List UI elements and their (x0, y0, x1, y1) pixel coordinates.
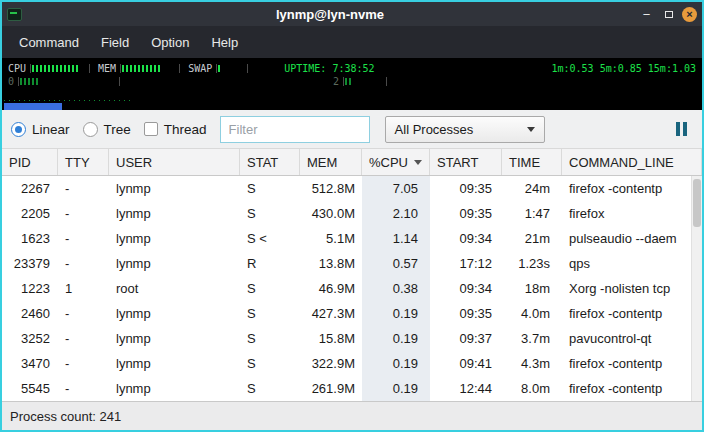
cell-stat: S < (240, 226, 300, 251)
cell-mem: 430.0M (300, 201, 362, 226)
cell-command-line: pavucontrol-qt (562, 326, 702, 351)
cell-user: lynmp (109, 226, 240, 251)
system-monitor: CPU MEM SWAP UPTIME: 7:38:52 1m:0.53 5m:… (2, 58, 702, 110)
linear-radio[interactable]: Linear (11, 122, 70, 137)
table-row[interactable]: 1223 1 root S 46.9M 0.38 09:34 18m Xorg … (2, 276, 702, 301)
cell-cpu: 0.57 (362, 251, 430, 276)
cell-command-line: pulseaudio --daem (562, 226, 702, 251)
cell-stat: S (240, 276, 300, 301)
thread-checkbox[interactable]: Thread (144, 122, 207, 137)
core0-label: 0 (8, 76, 14, 87)
table-row[interactable]: 3252 - lynmp S 15.8M 0.19 09:37 3.7m pav… (2, 326, 702, 351)
cell-tty: 1 (58, 276, 109, 301)
cell-start: 09:34 (430, 276, 502, 301)
column-header-pid[interactable]: PID (2, 149, 58, 175)
cell-command-line: qps (562, 251, 702, 276)
cell-start: 09:34 (430, 226, 502, 251)
cell-pid: 1223 (2, 276, 58, 301)
cell-pid: 3470 (2, 351, 58, 376)
cell-time: 18m (502, 276, 562, 301)
tree-radio[interactable]: Tree (83, 122, 131, 137)
cell-cpu: 0.19 (362, 376, 430, 401)
column-header-mem[interactable]: MEM (300, 149, 362, 175)
process-filter-dropdown[interactable]: All Processes (385, 116, 545, 143)
cell-stat: S (240, 326, 300, 351)
menu-field[interactable]: Field (90, 30, 140, 55)
cell-tty: - (58, 301, 109, 326)
table-row[interactable]: 1623 - lynmp S < 5.1M 1.14 09:34 21m pul… (2, 226, 702, 251)
controls-bar: Linear Tree Thread All Processes (2, 110, 702, 148)
cell-command-line: firefox -contentp (562, 176, 702, 201)
cell-tty: - (58, 251, 109, 276)
close-button[interactable]: × (682, 7, 697, 22)
vertical-scrollbar[interactable] (691, 176, 702, 401)
cell-tty: - (58, 376, 109, 401)
restore-button[interactable] (660, 6, 677, 23)
pause-icon (683, 122, 687, 136)
cell-mem: 13.8M (300, 251, 362, 276)
thread-label: Thread (164, 122, 207, 137)
cpu-meter (30, 64, 90, 73)
swap-meter-label: SWAP (188, 63, 212, 74)
cell-user: lynmp (109, 251, 240, 276)
column-header-start[interactable]: START (430, 149, 502, 175)
cell-time: 3.7m (502, 326, 562, 351)
core2-meter (343, 77, 387, 86)
cell-stat: S (240, 301, 300, 326)
minimize-button[interactable]: − (638, 6, 655, 23)
cell-stat: S (240, 351, 300, 376)
cell-stat: R (240, 251, 300, 276)
cell-command-line: firefox (562, 201, 702, 226)
mem-meter (120, 64, 180, 73)
cell-cpu: 1.14 (362, 226, 430, 251)
process-count-text: Process count: 241 (10, 409, 121, 424)
column-header-command-line[interactable]: COMMAND_LINE (562, 149, 702, 175)
menu-help[interactable]: Help (200, 30, 249, 55)
cell-time: 1:47 (502, 201, 562, 226)
monitor-row-1: CPU MEM SWAP UPTIME: 7:38:52 1m:0.53 5m:… (8, 62, 696, 75)
monitor-row-2: 0 2 (8, 75, 696, 88)
cpu-header-label: %CPU (369, 155, 408, 170)
cell-tty: - (58, 351, 109, 376)
cell-pid: 5545 (2, 376, 58, 401)
cell-cpu: 2.10 (362, 201, 430, 226)
column-header-stat[interactable]: STAT (240, 149, 300, 175)
cell-mem: 15.8M (300, 326, 362, 351)
cell-command-line: firefox -contentp (562, 351, 702, 376)
menu-option[interactable]: Option (140, 30, 200, 55)
chevron-down-icon (527, 127, 535, 132)
filter-input[interactable] (220, 116, 370, 143)
table-row[interactable]: 2460 - lynmp S 427.3M 0.19 09:35 4.0m fi… (2, 301, 702, 326)
linear-label: Linear (32, 122, 70, 137)
cell-pid: 23379 (2, 251, 58, 276)
cell-cpu: 0.19 (362, 301, 430, 326)
cell-cpu: 0.19 (362, 326, 430, 351)
column-header-time[interactable]: TIME (502, 149, 562, 175)
column-header-tty[interactable]: TTY (58, 149, 109, 175)
cell-start: 09:35 (430, 176, 502, 201)
cell-command-line: firefox -contentp (562, 301, 702, 326)
cell-pid: 3252 (2, 326, 58, 351)
cell-time: 21m (502, 226, 562, 251)
table-row[interactable]: 23379 - lynmp R 13.8M 0.57 17:12 1.23s q… (2, 251, 702, 276)
cell-mem: 46.9M (300, 276, 362, 301)
cell-cpu: 0.38 (362, 276, 430, 301)
restore-icon (665, 11, 673, 18)
table-row[interactable]: 2205 - lynmp S 430.0M 2.10 09:35 1:47 fi… (2, 201, 702, 226)
table-row[interactable]: 3470 - lynmp S 322.9M 0.19 09:41 4.3m fi… (2, 351, 702, 376)
cell-tty: - (58, 326, 109, 351)
scrollbar-thumb[interactable] (693, 179, 701, 227)
cell-start: 09:41 (430, 351, 502, 376)
cell-start: 09:35 (430, 301, 502, 326)
swap-meter (216, 64, 248, 73)
table-row[interactable]: 5545 - lynmp S 261.9M 0.19 12:44 8.0m fi… (2, 376, 702, 401)
cell-cpu: 7.05 (362, 176, 430, 201)
table-row[interactable]: 2267 - lynmp S 512.8M 7.05 09:35 24m fir… (2, 176, 702, 201)
column-header-user[interactable]: USER (109, 149, 240, 175)
core2-label: 2 (333, 76, 339, 87)
pause-icon (676, 122, 680, 136)
cell-mem: 5.1M (300, 226, 362, 251)
pause-button[interactable] (672, 118, 691, 140)
column-header-cpu[interactable]: %CPU (362, 149, 430, 175)
menu-command[interactable]: Command (8, 30, 90, 55)
